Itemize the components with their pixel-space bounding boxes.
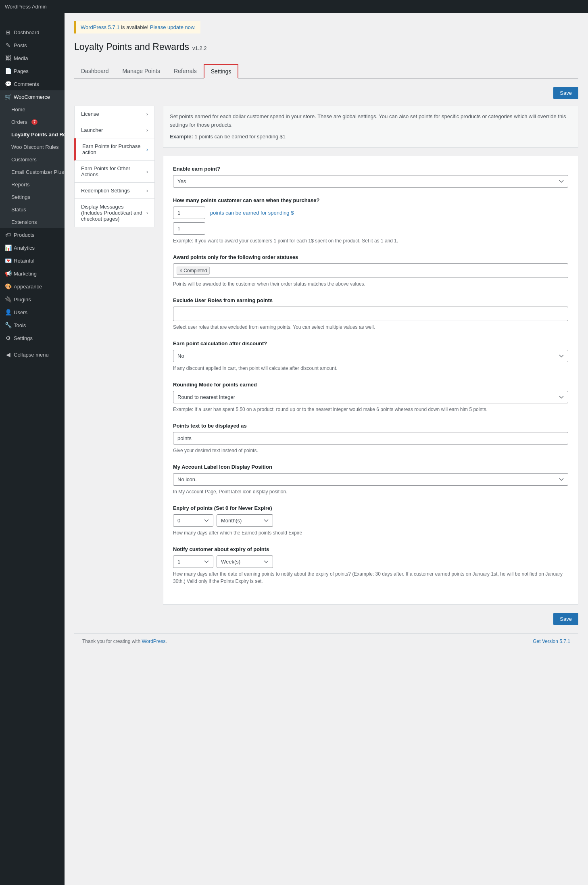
sidebar-sub-extensions-label: Extensions — [11, 219, 37, 225]
footer-get-version-link[interactable]: Get Version 5.7.1 — [533, 639, 570, 644]
update-now-link[interactable]: Please update now. — [150, 24, 196, 30]
sidebar-item-appearance[interactable]: 🎨 Appearance — [0, 280, 65, 293]
appearance-icon: 🎨 — [5, 283, 11, 290]
nav-license[interactable]: License › — [74, 106, 155, 122]
nav-display-messages[interactable]: Display Messages (Includes Product/cart … — [74, 199, 155, 227]
save-button-bottom[interactable]: Save — [553, 613, 578, 625]
sidebar-label-marketing: Marketing — [14, 271, 37, 277]
nav-earn-purchase-chevron: › — [146, 146, 148, 152]
comments-icon: 💬 — [5, 81, 11, 87]
order-statuses-description: Points will be awarded to the customer w… — [173, 280, 568, 288]
admin-bar-title: WordPress Admin — [5, 4, 47, 10]
sidebar-item-pages[interactable]: 📄 Pages — [0, 65, 65, 77]
sidebar-sub-email-customizer[interactable]: Email Customizer Plus — [0, 166, 65, 178]
sidebar-item-plugins[interactable]: 🔌 Plugins — [0, 293, 65, 306]
sidebar-item-retainful[interactable]: 💌 Retainful — [0, 254, 65, 267]
field-order-statuses: Award points only for the following orde… — [173, 254, 568, 288]
select-earn-after-discount[interactable]: No Yes — [173, 350, 568, 362]
select-notify-num[interactable]: 1 2 3 7 14 30 — [173, 555, 213, 568]
tab-settings[interactable]: Settings — [204, 64, 239, 79]
sidebar-label-collapse: Collapse menu — [14, 352, 49, 358]
sidebar-sub-home-label: Home — [11, 106, 25, 113]
sidebar-label-users: Users — [14, 309, 27, 315]
settings-icon: ⚙ — [5, 335, 11, 341]
nav-launcher-chevron: › — [146, 127, 148, 133]
field-exclude-user-roles: Exclude User Roles from earning points S… — [173, 297, 568, 331]
sidebar-sub-settings[interactable]: Settings — [0, 191, 65, 203]
tag-completed-text: × Completed — [179, 268, 207, 273]
label-enable-earn-point: Enable earn point? — [173, 166, 568, 172]
tab-dashboard[interactable]: Dashboard — [74, 64, 116, 79]
sidebar-sub-email-label: Email Customizer Plus — [11, 169, 64, 175]
sidebar-item-woocommerce[interactable]: 🛒 WooCommerce — [0, 90, 65, 103]
sidebar-sub-home[interactable]: Home — [0, 103, 65, 116]
form-card: Enable earn point? Yes No How many point… — [163, 156, 578, 605]
nav-redemption[interactable]: Redemption Settings › — [74, 183, 155, 199]
sidebar-sub-woo-discount-label: Woo Discount Rules — [11, 144, 59, 150]
media-icon: 🖼 — [5, 55, 11, 61]
dashboard-icon: ⊞ — [5, 29, 11, 35]
sidebar-label-plugins: Plugins — [14, 296, 31, 303]
tag-input-order-statuses[interactable]: × Completed — [173, 263, 568, 278]
nav-earn-purchase[interactable]: Earn Points for Purchase action › — [74, 138, 155, 161]
save-button-top[interactable]: Save — [553, 87, 578, 99]
sidebar-sub-extensions[interactable]: Extensions — [0, 216, 65, 228]
page-title-row: Loyalty Points and Rewards v1.2.2 — [74, 42, 578, 58]
sidebar-sub-orders-label: Orders — [11, 119, 27, 125]
sidebar-item-users[interactable]: 👤 Users — [0, 306, 65, 319]
sidebar-sub-customers[interactable]: Customers — [0, 153, 65, 166]
sidebar-item-marketing[interactable]: 📢 Marketing — [0, 267, 65, 280]
sidebar-item-dashboard[interactable]: ⊞ Dashboard — [0, 26, 65, 39]
sidebar-item-media[interactable]: 🖼 Media — [0, 52, 65, 65]
field-enable-earn-point: Enable earn point? Yes No — [173, 166, 568, 188]
footer-thank-you: Thank you for creating with WordPress. — [82, 639, 167, 644]
sidebar-item-comments[interactable]: 💬 Comments — [0, 77, 65, 90]
tab-referrals[interactable]: Referrals — [167, 64, 204, 79]
sidebar-sub-status[interactable]: Status — [0, 203, 65, 216]
nav-launcher[interactable]: Launcher › — [74, 122, 155, 138]
woo-submenu: Home Orders 7 Loyalty Points and Rewards… — [0, 103, 65, 228]
input-points-value[interactable] — [173, 207, 205, 219]
tag-input-user-roles[interactable] — [173, 307, 568, 321]
label-points-for-purchase: How many points customer can earn when t… — [173, 197, 568, 203]
save-row-top: Save — [74, 87, 578, 99]
tag-completed: × Completed — [177, 267, 210, 275]
select-rounding-mode[interactable]: Round to nearest integer Round up Round … — [173, 391, 568, 403]
sidebar-sub-orders[interactable]: Orders 7 — [0, 116, 65, 128]
sidebar-item-tools[interactable]: 🔧 Tools — [0, 319, 65, 332]
field-points-for-purchase: How many points customer can earn when t… — [173, 197, 568, 244]
select-enable-earn-point[interactable]: Yes No — [173, 175, 568, 188]
analytics-icon: 📊 — [5, 244, 11, 251]
update-notice: WordPress 5.7.1 is available! Please upd… — [74, 21, 200, 33]
input-points-text[interactable] — [173, 432, 568, 445]
select-notify-period[interactable]: Day(s) Week(s) Month(s) — [217, 555, 273, 568]
sidebar-item-posts[interactable]: ✎ Posts — [0, 39, 65, 52]
sidebar-label-tools: Tools — [14, 322, 26, 328]
woocommerce-icon: 🛒 — [5, 94, 11, 100]
tabs-bar: Dashboard Manage Points Referrals Settin… — [74, 64, 578, 79]
select-expiry-period[interactable]: Day(s) Week(s) Month(s) Year(s) — [217, 514, 273, 527]
sidebar-item-collapse[interactable]: ◀ Collapse menu — [0, 348, 65, 361]
sidebar-item-settings2[interactable]: ⚙ Settings — [0, 332, 65, 344]
footer-wp-link[interactable]: WordPress — [142, 639, 165, 644]
sidebar-sub-loyalty[interactable]: Loyalty Points and Rewards — [0, 128, 65, 141]
notify-expiry-description: How many days after the date of earning … — [173, 570, 568, 585]
wp-version-link[interactable]: WordPress 5.7.1 — [81, 24, 120, 30]
tab-manage-points[interactable]: Manage Points — [116, 64, 167, 79]
label-rounding-mode: Rounding Mode for points earned — [173, 382, 568, 388]
sidebar-sub-loyalty-label: Loyalty Points and Rewards — [11, 131, 65, 138]
save-row-bottom: Save — [163, 613, 578, 625]
nav-earn-other[interactable]: Earn Points for Other Actions › — [74, 161, 155, 183]
points-row-top: points can be earned for spending $ — [173, 207, 568, 219]
sidebar-sub-woo-discount[interactable]: Woo Discount Rules — [0, 141, 65, 153]
sidebar-sub-reports[interactable]: Reports — [0, 178, 65, 191]
field-notify-expiry: Notify customer about expiry of points 1… — [173, 546, 568, 585]
sidebar-item-products[interactable]: 🏷 Products — [0, 228, 65, 241]
pages-icon: 📄 — [5, 68, 11, 74]
select-account-label-icon[interactable]: No icon. Before label After label — [173, 473, 568, 486]
sidebar-label-products: Products — [14, 232, 34, 238]
sidebar-item-analytics[interactable]: 📊 Analytics — [0, 241, 65, 254]
sidebar-label-media: Media — [14, 55, 28, 61]
select-expiry-num[interactable]: 0 1 3 6 — [173, 514, 213, 527]
input-spending-value[interactable] — [173, 222, 205, 235]
